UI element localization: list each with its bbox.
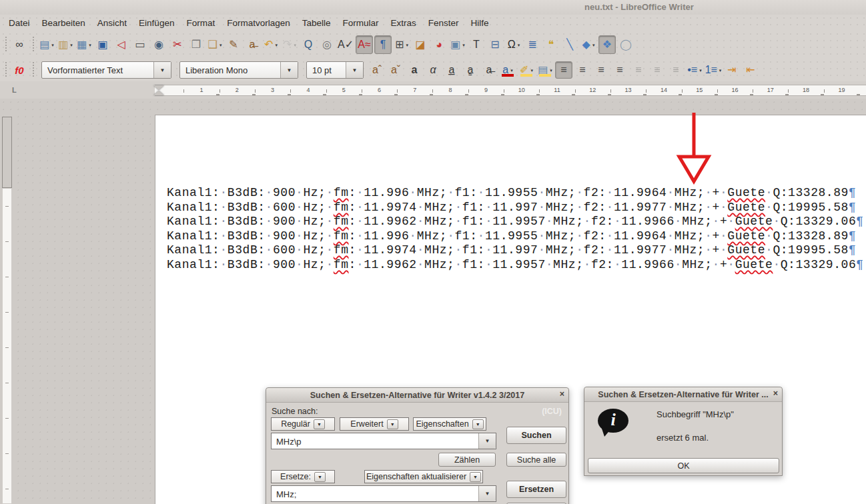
copy-icon[interactable]: ❐ (187, 35, 205, 54)
auto-spellcheck-icon[interactable]: A≈ (356, 35, 373, 54)
menu-einfügen[interactable]: Einfügen (133, 16, 180, 30)
paragraph-style-combo[interactable]: Vorformatierter Text ▼ (41, 61, 171, 79)
document-line[interactable]: Kanal1:·B3dB:·900·Hz;·fm:·11.996·MHz;·f1… (167, 186, 864, 201)
dialog-titlebar[interactable]: Suchen & Ersetzen-Alternative für Writer… (584, 387, 782, 402)
subscript-icon[interactable]: aˇ (387, 61, 404, 79)
chevron-down-icon[interactable]: ▾ (550, 68, 552, 73)
document-line[interactable]: Kanal1:·B3dB:·600·Hz;·fm:·11.9974·MHz;·f… (167, 201, 864, 215)
chevron-down-icon[interactable]: ▼ (472, 419, 484, 429)
chevron-down-icon[interactable]: ▼ (280, 62, 298, 78)
clone-formatting-icon[interactable]: ✎ (225, 35, 242, 54)
extended-dropdown[interactable]: Erweitert ▼ (340, 417, 409, 431)
insert-image-icon[interactable]: ◪ (412, 35, 429, 54)
ok-button[interactable]: OK (588, 458, 779, 473)
export-pdf-icon[interactable]: ◁ (113, 35, 130, 54)
save-as-icon[interactable]: ▦▾ (75, 35, 93, 54)
spelling-icon[interactable]: A✓ (337, 35, 354, 54)
menu-datei[interactable]: Datei (3, 16, 36, 30)
bold-icon[interactable]: a (406, 61, 423, 79)
altsearch-icon[interactable]: f0 (11, 61, 28, 79)
menu-tabelle[interactable]: Tabelle (296, 16, 337, 30)
count-button[interactable]: Zählen (438, 453, 496, 467)
menu-hilfe[interactable]: Hilfe (465, 16, 495, 30)
chevron-down-icon[interactable]: ▼ (153, 62, 171, 78)
font-name-combo[interactable]: Liberation Mono ▼ (179, 61, 298, 79)
decrease-indent-icon[interactable]: ⇤ (742, 61, 759, 79)
font-size-value[interactable]: 10 pt (307, 62, 346, 78)
regular-dropdown[interactable]: Regulär ▼ (271, 417, 335, 431)
navigator-icon[interactable]: ◎ (318, 35, 336, 54)
search-input[interactable]: MHz\p ▼ (271, 433, 496, 449)
find-and-replace-icon[interactable]: Q (300, 35, 317, 54)
chevron-down-icon[interactable]: ▾ (510, 68, 513, 73)
chevron-down-icon[interactable]: ▾ (275, 43, 278, 47)
double-underline-icon[interactable]: a̳ (462, 61, 479, 79)
italic-icon[interactable]: α (424, 61, 442, 79)
numbered-list-icon[interactable]: 1≡▾ (705, 61, 722, 79)
document-line[interactable]: Kanal1:·B3dB:·600·Hz;·fm:·11.9974·MHz;·f… (167, 243, 864, 258)
insert-field-icon[interactable]: ≣ (524, 35, 541, 54)
menu-bearbeiten[interactable]: Bearbeiten (36, 16, 91, 30)
chevron-down-icon[interactable]: ▼ (478, 486, 496, 501)
underline-icon[interactable]: a̲ (443, 61, 460, 79)
print-preview-icon[interactable]: ◉ (150, 35, 167, 54)
document-line[interactable]: Kanal1:·B3dB:·900·Hz;·fm:·11.9962·MHz;·f… (167, 258, 864, 273)
special-character-icon[interactable]: Ω▾ (505, 35, 522, 54)
chevron-down-icon[interactable]: ▼ (478, 433, 496, 449)
chevron-down-icon[interactable]: ▾ (462, 43, 465, 47)
insert-line-icon[interactable]: ╲ (561, 35, 578, 54)
menu-fenster[interactable]: Fenster (422, 16, 465, 30)
new-document-icon[interactable]: ▤▾ (38, 35, 55, 54)
insert-chart-icon[interactable]: ◕ (430, 35, 448, 54)
toolbar-grip[interactable] (31, 62, 35, 78)
formatting-marks-icon[interactable]: ¶ (374, 35, 392, 54)
chevron-down-icon[interactable]: ▾ (51, 43, 54, 47)
chevron-down-icon[interactable]: ▾ (89, 43, 91, 47)
chevron-down-icon[interactable]: ▼ (314, 472, 326, 482)
paste-icon[interactable]: ❑▾ (206, 35, 224, 54)
font-size-combo[interactable]: 10 pt ▼ (306, 61, 364, 79)
background-color-icon[interactable]: ▤▾ (536, 61, 554, 79)
align-center-icon[interactable]: ≡ (574, 61, 591, 79)
superscript-icon[interactable]: aˆ (368, 61, 386, 79)
search-all-button[interactable]: Suche alle (506, 453, 566, 467)
toolbar-grip[interactable] (4, 62, 7, 78)
chevron-down-icon[interactable]: ▾ (294, 43, 296, 47)
chevron-down-icon[interactable]: ▼ (470, 472, 481, 482)
align-left-icon[interactable]: ≡ (555, 61, 572, 79)
document-line[interactable]: Kanal1:·B3dB:·900·Hz;·fm:·11.9962·MHz;·f… (167, 215, 864, 229)
chevron-down-icon[interactable]: ▼ (387, 419, 398, 429)
chevron-down-icon[interactable]: ▾ (518, 43, 520, 47)
bullet-list-icon[interactable]: •≡▾ (686, 61, 703, 79)
menu-format[interactable]: Format (180, 16, 221, 30)
open-document-icon[interactable]: ▥▾ (57, 35, 74, 54)
dialog-titlebar[interactable]: Suchen & Ersetzen-Alternative für Writer… (266, 388, 568, 403)
replace-button[interactable]: Ersetzen (506, 481, 566, 498)
replace-input[interactable]: MHz; ▼ (271, 485, 496, 502)
altsearch-find-icon[interactable]: ∞ (11, 35, 28, 54)
tab-stop-selector[interactable]: L (12, 86, 17, 94)
basic-shapes-icon[interactable]: ◆▾ (580, 35, 597, 54)
chevron-down-icon[interactable]: ▾ (719, 68, 722, 73)
insert-table-icon[interactable]: ⊞▾ (393, 35, 410, 54)
chevron-down-icon[interactable]: ▾ (70, 43, 73, 47)
chevron-down-icon[interactable]: ▾ (699, 68, 702, 73)
toolbar-grip[interactable] (4, 37, 7, 53)
properties-update-dropdown[interactable]: Eigenschaften aktualisierer ▼ (364, 470, 483, 483)
menu-extras[interactable]: Extras (385, 16, 422, 30)
chevron-down-icon[interactable]: ▼ (346, 62, 363, 78)
close-icon[interactable]: × (773, 389, 778, 398)
print-icon[interactable]: ▭ (131, 35, 149, 54)
insert-comment-icon[interactable]: ❝ (542, 35, 560, 54)
close-icon[interactable]: × (560, 389, 564, 399)
insert-textbox-icon[interactable]: T (468, 35, 485, 54)
properties-dropdown[interactable]: Eigenschaften ▼ (413, 417, 486, 431)
menu-formular[interactable]: Formular (337, 16, 385, 30)
page-break-icon[interactable]: ⊟ (486, 35, 504, 54)
chevron-down-icon[interactable]: ▾ (220, 43, 222, 47)
clear-formatting-icon[interactable]: a̶ (244, 35, 261, 54)
increase-indent-icon[interactable]: ⇥ (723, 61, 741, 79)
cut-icon[interactable]: ✂ (169, 35, 186, 54)
save-icon[interactable]: ▣ (94, 35, 111, 54)
document-line[interactable]: Kanal1:·B3dB:·900·Hz;·fm:·11.996·MHz;·f1… (167, 229, 864, 244)
